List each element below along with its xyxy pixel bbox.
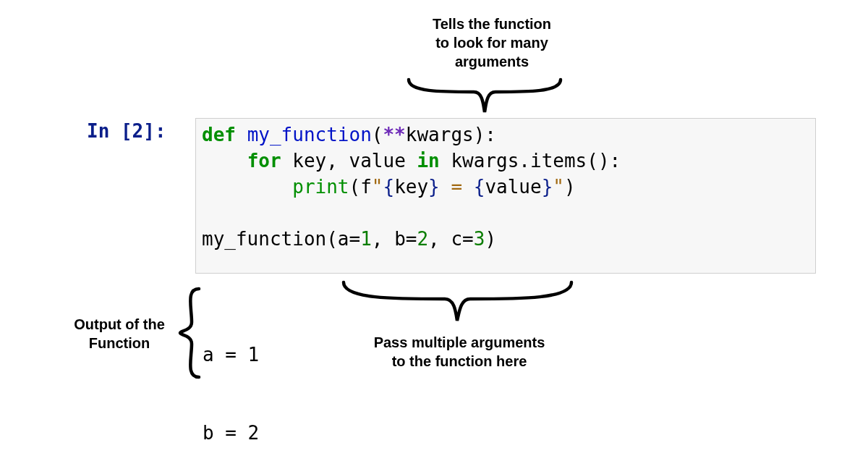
paren-open: ( (326, 228, 338, 250)
val-1: 1 (360, 228, 372, 250)
space (440, 150, 451, 172)
paren-close: ) (485, 228, 496, 250)
function-name: my_function (247, 124, 372, 145)
brace-close: } (542, 176, 553, 198)
annotation-top-line: arguments (398, 52, 586, 71)
code-line-5: my_function(a=1, b=2, c=3) (202, 226, 815, 252)
annotation-bottom: Pass multiple arguments to the function … (354, 333, 564, 371)
code-line-4-blank (202, 200, 815, 226)
code-line-3: print(f"{key} = {value}") (202, 174, 815, 200)
comma-space: , (326, 150, 349, 172)
cell-prompt: In [2]: (87, 118, 166, 144)
comma: , (372, 228, 394, 250)
annotation-top: Tells the function to look for many argu… (398, 14, 586, 71)
keyword-for: for (247, 150, 281, 172)
paren-open-f: (f (349, 176, 372, 198)
space (406, 150, 417, 172)
brace-open: { (383, 176, 394, 198)
quote-open: " (372, 176, 383, 198)
val-2: 2 (417, 228, 428, 250)
output-line: b = 2 (203, 420, 259, 446)
space (236, 124, 247, 145)
expr-kwargs-items: kwargs.items(): (451, 150, 621, 172)
indent (202, 176, 292, 198)
code-line-2: for key, value in kwargs.items(): (202, 148, 815, 174)
annotation-top-line: Tells the function (398, 14, 586, 33)
paren-close-colon: ): (474, 124, 496, 145)
code-cell: def my_function(**kwargs): for key, valu… (195, 118, 816, 274)
var-value: value (349, 150, 406, 172)
literal-equals: = (440, 176, 474, 198)
annotation-bottom-line: Pass multiple arguments (354, 333, 564, 352)
brace-top-icon (405, 76, 564, 116)
paren-close: ) (564, 176, 576, 198)
space (281, 150, 293, 172)
builtin-print: print (292, 176, 349, 198)
output-line: a = 1 (203, 342, 259, 368)
val-3: 3 (474, 228, 485, 250)
arg-c: c= (451, 228, 473, 250)
brace-close: } (428, 176, 440, 198)
indent (202, 150, 247, 172)
call-name: my_function (202, 228, 326, 250)
code-line-1: def my_function(**kwargs): (202, 122, 815, 148)
output-block: a = 1 b = 2 c = 3 (203, 290, 259, 456)
brace-left-icon (177, 286, 203, 380)
annotation-left-line: Function (61, 334, 177, 352)
brace-open: { (474, 176, 485, 198)
kwargs-arg: kwargs (406, 124, 474, 145)
double-star: ** (383, 124, 405, 145)
var-key-in-fstring: key (394, 176, 428, 198)
arg-a: a= (338, 228, 360, 250)
annotation-left: Output of the Function (61, 315, 177, 352)
annotation-bottom-line: to the function here (354, 352, 564, 371)
keyword-in: in (417, 150, 439, 172)
annotation-top-line: to look for many (398, 33, 586, 52)
quote-close: " (553, 176, 564, 198)
keyword-def: def (202, 124, 236, 145)
paren-open: ( (372, 124, 383, 145)
arg-b: b= (394, 228, 417, 250)
comma: , (428, 228, 451, 250)
annotation-left-line: Output of the (61, 315, 177, 334)
var-value-in-fstring: value (485, 176, 541, 198)
var-key: key (292, 150, 326, 172)
brace-bottom-icon (336, 279, 579, 326)
